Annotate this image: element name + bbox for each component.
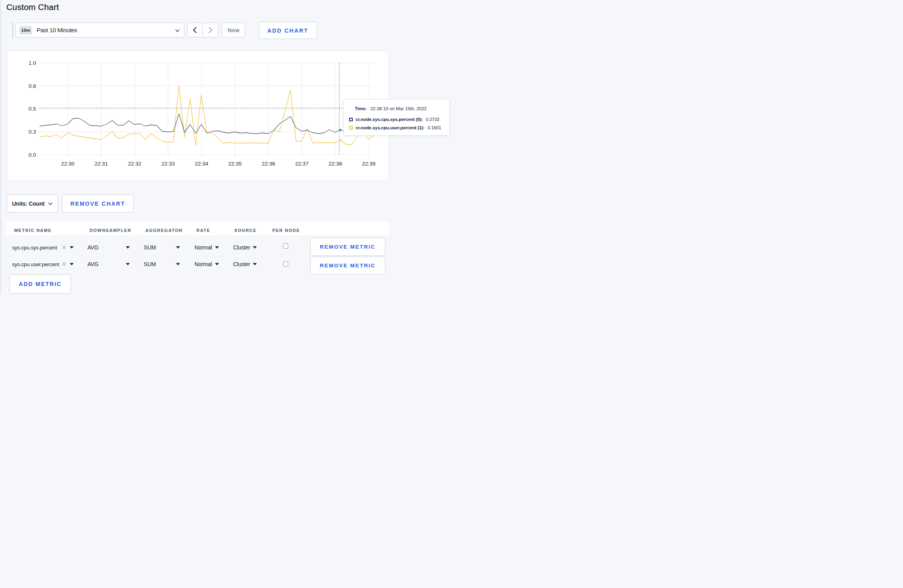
svg-text:22:32: 22:32	[128, 161, 141, 167]
svg-text:22:33: 22:33	[161, 161, 175, 167]
svg-text:22:34: 22:34	[195, 161, 208, 167]
svg-text:0.5: 0.5	[28, 106, 36, 112]
svg-text:22:38: 22:38	[328, 161, 342, 167]
svg-text:22:35: 22:35	[228, 161, 242, 167]
svg-text:22:31: 22:31	[94, 161, 108, 167]
svg-text:22:30: 22:30	[61, 161, 74, 167]
svg-text:1.0: 1.0	[28, 60, 36, 66]
svg-text:22:39: 22:39	[362, 161, 375, 167]
svg-text:0.8: 0.8	[28, 83, 36, 89]
svg-text:0.3: 0.3	[28, 129, 36, 135]
svg-text:0.0: 0.0	[28, 152, 36, 158]
svg-text:22:36: 22:36	[262, 161, 275, 167]
svg-text:22:37: 22:37	[295, 161, 309, 167]
